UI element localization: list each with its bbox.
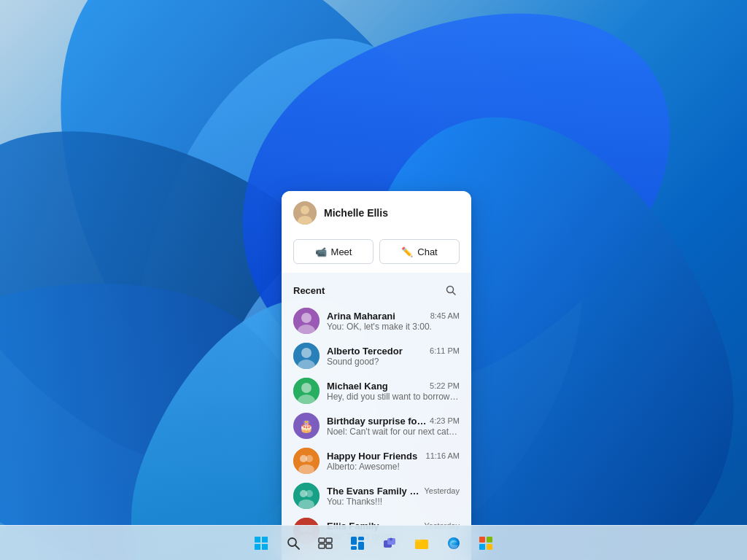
chat-button[interactable]: ✏️ Chat <box>379 239 460 264</box>
chat-time: 4:23 PM <box>430 416 460 425</box>
user-avatar <box>293 201 317 225</box>
chat-name: Birthday surprise for Mum <box>327 416 427 427</box>
chat-avatar <box>293 448 320 474</box>
chat-avatar <box>293 483 320 509</box>
svg-rect-30 <box>255 537 260 542</box>
svg-rect-33 <box>262 544 268 550</box>
chat-preview: Alberto: Awesome! <box>327 462 460 472</box>
svg-point-20 <box>306 490 313 497</box>
svg-rect-52 <box>479 544 485 550</box>
svg-point-12 <box>301 383 311 393</box>
svg-rect-43 <box>358 542 364 550</box>
svg-rect-40 <box>351 537 357 545</box>
popup-action-buttons: 📹 Meet ✏️ Chat <box>282 233 471 273</box>
chat-info: Birthday surprise for Mum 4:23 PM Noel: … <box>327 416 460 437</box>
svg-rect-37 <box>326 538 332 542</box>
svg-rect-39 <box>326 544 332 548</box>
chat-time: 5:22 PM <box>430 381 460 390</box>
chat-avatar: 🎂 <box>293 413 320 439</box>
chat-time: 8:45 AM <box>430 311 460 320</box>
chat-name: Happy Hour Friends <box>327 451 417 462</box>
chat-avatar <box>293 308 320 334</box>
chat-avatar <box>293 378 320 404</box>
svg-point-6 <box>301 313 311 323</box>
chat-preview: You: OK, let's make it 3:00. <box>327 322 460 332</box>
chat-name: Michael Kang <box>327 381 388 392</box>
chat-info: The Evans Family of Supers Yesterday You… <box>327 486 460 507</box>
svg-point-9 <box>301 348 311 358</box>
svg-rect-32 <box>255 544 260 550</box>
svg-rect-41 <box>358 537 364 540</box>
taskbar-teams-button[interactable] <box>375 529 404 558</box>
chat-preview: Noel: Can't wait for our next catch up! <box>327 427 460 437</box>
svg-rect-48 <box>415 540 421 542</box>
recent-section: Recent Arina Maharani 8:45 AM <box>282 273 471 548</box>
meet-label: Meet <box>331 246 352 257</box>
popup-header: Michelle Ellis <box>282 191 471 233</box>
svg-point-46 <box>390 537 392 540</box>
chat-list-item[interactable]: The Evans Family of Supers Yesterday You… <box>282 478 471 513</box>
svg-rect-31 <box>262 537 268 542</box>
chat-info: Michael Kang 5:22 PM Hey, did you still … <box>327 381 460 402</box>
recent-header: Recent <box>282 279 471 303</box>
chat-list-item[interactable]: 🎂 Birthday surprise for Mum 4:23 PM Noel… <box>282 408 471 443</box>
teams-chat-popup: Michelle Ellis 📹 Meet ✏️ Chat Recent <box>282 191 471 560</box>
search-recent-button[interactable] <box>442 281 460 299</box>
chat-edit-icon: ✏️ <box>401 246 413 257</box>
svg-rect-36 <box>319 538 325 542</box>
taskbar-widgets-button[interactable] <box>343 529 372 558</box>
chat-name: Alberto Tercedor <box>327 346 403 357</box>
chat-list-item[interactable]: Happy Hour Friends 11:16 AM Alberto: Awe… <box>282 443 471 478</box>
svg-rect-50 <box>479 537 485 542</box>
chat-name-row: Birthday surprise for Mum 4:23 PM <box>327 416 460 427</box>
svg-point-1 <box>301 206 309 214</box>
chat-list-item[interactable]: Michael Kang 5:22 PM Hey, did you still … <box>282 373 471 408</box>
recent-label: Recent <box>293 285 325 296</box>
svg-rect-53 <box>487 544 492 550</box>
chat-label: Chat <box>417 246 437 257</box>
chat-name-row: Alberto Tercedor 6:11 PM <box>327 346 460 357</box>
chat-avatar <box>293 343 320 369</box>
chat-list-item[interactable]: Arina Maharani 8:45 AM You: OK, let's ma… <box>282 303 471 338</box>
svg-rect-42 <box>351 546 357 550</box>
chat-info: Arina Maharani 8:45 AM You: OK, let's ma… <box>327 311 460 332</box>
taskbar-store-button[interactable] <box>471 529 500 558</box>
chat-time: Yesterday <box>424 486 460 495</box>
chat-name: The Evans Family of Supers <box>327 486 421 497</box>
chat-name-row: Michael Kang 5:22 PM <box>327 381 460 392</box>
chat-name-row: Happy Hour Friends 11:16 AM <box>327 451 460 462</box>
chat-info: Alberto Tercedor 6:11 PM Sound good? <box>327 346 460 367</box>
taskbar <box>0 525 747 560</box>
meet-icon: 📹 <box>315 246 327 257</box>
taskbar-edge-button[interactable] <box>439 529 468 558</box>
svg-line-35 <box>295 545 299 549</box>
chat-name-row: Arina Maharani 8:45 AM <box>327 311 460 322</box>
svg-rect-38 <box>319 544 325 548</box>
chat-preview: Hey, did you still want to borrow the no… <box>327 392 460 402</box>
svg-rect-51 <box>487 537 492 542</box>
chat-time: 11:16 AM <box>426 451 460 460</box>
svg-point-34 <box>288 538 296 546</box>
chat-name-row: The Evans Family of Supers Yesterday <box>327 486 460 497</box>
chat-preview: Sound good? <box>327 357 460 367</box>
chat-name: Arina Maharani <box>327 311 395 322</box>
user-name: Michelle Ellis <box>324 207 388 219</box>
chat-time: 6:11 PM <box>430 346 460 355</box>
chat-list: Arina Maharani 8:45 AM You: OK, let's ma… <box>282 303 471 548</box>
svg-line-4 <box>453 292 456 295</box>
taskbar-start-button[interactable] <box>247 529 276 558</box>
chat-preview: You: Thanks!!! <box>327 497 460 507</box>
taskbar-file-explorer-button[interactable] <box>407 529 436 558</box>
chat-list-item[interactable]: Alberto Tercedor 6:11 PM Sound good? <box>282 338 471 373</box>
chat-info: Happy Hour Friends 11:16 AM Alberto: Awe… <box>327 451 460 472</box>
meet-button[interactable]: 📹 Meet <box>293 239 374 264</box>
taskbar-task-view-button[interactable] <box>311 529 340 558</box>
svg-point-16 <box>306 455 313 462</box>
taskbar-search-button[interactable] <box>279 529 308 558</box>
